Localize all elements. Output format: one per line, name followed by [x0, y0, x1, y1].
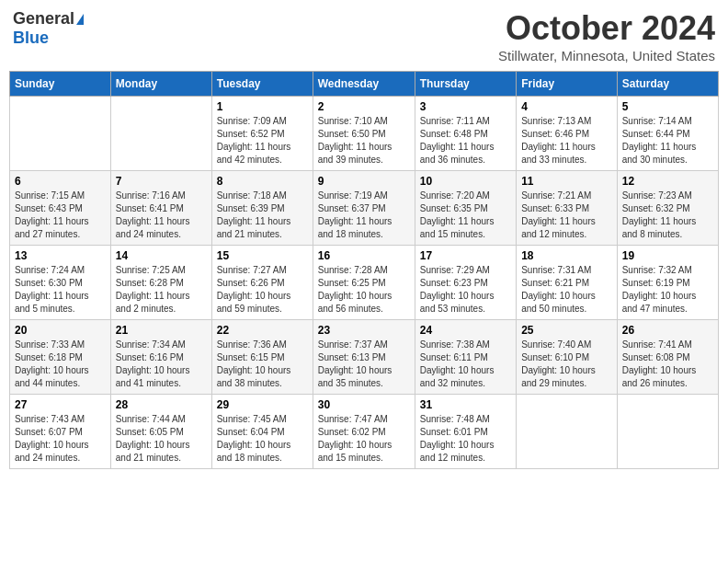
- day-number: 28: [116, 398, 207, 411]
- day-info: Sunrise: 7:48 AMSunset: 6:01 PMDaylight:…: [420, 413, 511, 465]
- sunrise-text: Sunrise: 7:40 AM: [521, 339, 591, 350]
- calendar-cell: 23Sunrise: 7:37 AMSunset: 6:13 PMDayligh…: [313, 320, 415, 395]
- day-info: Sunrise: 7:14 AMSunset: 6:44 PMDaylight:…: [622, 115, 713, 167]
- sunset-text: Sunset: 6:50 PM: [318, 129, 386, 139]
- sunset-text: Sunset: 6:35 PM: [420, 203, 488, 213]
- day-info: Sunrise: 7:29 AMSunset: 6:23 PMDaylight:…: [420, 264, 511, 316]
- daylight-text: Daylight: 10 hours and 56 minutes.: [318, 291, 392, 314]
- day-info: Sunrise: 7:16 AMSunset: 6:41 PMDaylight:…: [116, 190, 207, 241]
- day-info: Sunrise: 7:09 AMSunset: 6:52 PMDaylight:…: [217, 115, 308, 167]
- calendar-cell: 26Sunrise: 7:41 AMSunset: 6:08 PMDayligh…: [617, 320, 718, 395]
- sunrise-text: Sunrise: 7:14 AM: [622, 116, 692, 126]
- header-thursday: Thursday: [415, 72, 516, 97]
- calendar-cell: 30Sunrise: 7:47 AMSunset: 6:02 PMDayligh…: [313, 395, 415, 469]
- header-friday: Friday: [517, 72, 618, 97]
- calendar-cell: 14Sunrise: 7:25 AMSunset: 6:28 PMDayligh…: [110, 246, 211, 320]
- day-number: 9: [318, 175, 410, 188]
- sunrise-text: Sunrise: 7:43 AM: [15, 414, 85, 424]
- calendar-week-row: 13Sunrise: 7:24 AMSunset: 6:30 PMDayligh…: [10, 246, 719, 320]
- day-info: Sunrise: 7:15 AMSunset: 6:43 PMDaylight:…: [15, 190, 106, 241]
- calendar-cell: 16Sunrise: 7:28 AMSunset: 6:25 PMDayligh…: [313, 246, 415, 320]
- sunrise-text: Sunrise: 7:15 AM: [15, 190, 85, 201]
- daylight-text: Daylight: 11 hours and 39 minutes.: [318, 142, 392, 165]
- sunrise-text: Sunrise: 7:09 AM: [217, 116, 287, 126]
- sunset-text: Sunset: 6:37 PM: [318, 203, 386, 213]
- daylight-text: Daylight: 10 hours and 35 minutes.: [318, 365, 392, 388]
- daylight-text: Daylight: 10 hours and 32 minutes.: [420, 365, 495, 388]
- calendar-cell: 13Sunrise: 7:24 AMSunset: 6:30 PMDayligh…: [10, 246, 111, 320]
- calendar-header-row: Sunday Monday Tuesday Wednesday Thursday…: [10, 72, 719, 97]
- sunset-text: Sunset: 6:01 PM: [420, 427, 488, 437]
- day-number: 4: [521, 100, 612, 113]
- logo-blue-text: Blue: [13, 29, 49, 48]
- day-info: Sunrise: 7:21 AMSunset: 6:33 PMDaylight:…: [521, 190, 612, 241]
- daylight-text: Daylight: 10 hours and 50 minutes.: [521, 291, 596, 314]
- header-wednesday: Wednesday: [313, 72, 415, 97]
- daylight-text: Daylight: 10 hours and 59 minutes.: [217, 291, 291, 314]
- calendar-cell: 12Sunrise: 7:23 AMSunset: 6:32 PMDayligh…: [617, 171, 718, 246]
- sunset-text: Sunset: 6:48 PM: [420, 129, 488, 139]
- calendar-cell: 9Sunrise: 7:19 AMSunset: 6:37 PMDaylight…: [313, 171, 415, 246]
- day-info: Sunrise: 7:33 AMSunset: 6:18 PMDaylight:…: [15, 339, 106, 390]
- day-info: Sunrise: 7:13 AMSunset: 6:46 PMDaylight:…: [521, 115, 612, 167]
- logo: General Blue: [13, 9, 84, 48]
- day-number: 19: [622, 249, 713, 262]
- sunset-text: Sunset: 6:07 PM: [15, 427, 83, 437]
- calendar-cell: 31Sunrise: 7:48 AMSunset: 6:01 PMDayligh…: [415, 395, 516, 469]
- day-info: Sunrise: 7:24 AMSunset: 6:30 PMDaylight:…: [15, 264, 106, 316]
- day-info: Sunrise: 7:47 AMSunset: 6:02 PMDaylight:…: [318, 413, 410, 465]
- daylight-text: Daylight: 11 hours and 36 minutes.: [420, 142, 495, 165]
- daylight-text: Daylight: 10 hours and 26 minutes.: [622, 365, 697, 388]
- calendar-cell: 22Sunrise: 7:36 AMSunset: 6:15 PMDayligh…: [211, 320, 313, 395]
- day-number: 12: [622, 175, 713, 188]
- calendar-cell: 3Sunrise: 7:11 AMSunset: 6:48 PMDaylight…: [415, 97, 516, 171]
- sunset-text: Sunset: 6:39 PM: [217, 203, 285, 213]
- daylight-text: Daylight: 10 hours and 12 minutes.: [420, 440, 495, 463]
- calendar-cell: 4Sunrise: 7:13 AMSunset: 6:46 PMDaylight…: [517, 97, 618, 171]
- calendar-week-row: 1Sunrise: 7:09 AMSunset: 6:52 PMDaylight…: [10, 97, 719, 171]
- calendar-cell: [110, 97, 211, 171]
- day-info: Sunrise: 7:20 AMSunset: 6:35 PMDaylight:…: [420, 190, 511, 241]
- day-number: 25: [521, 324, 612, 337]
- sunrise-text: Sunrise: 7:47 AM: [318, 414, 388, 424]
- day-info: Sunrise: 7:19 AMSunset: 6:37 PMDaylight:…: [318, 190, 410, 241]
- sunrise-text: Sunrise: 7:16 AM: [116, 190, 186, 201]
- daylight-text: Daylight: 11 hours and 24 minutes.: [116, 216, 190, 239]
- daylight-text: Daylight: 11 hours and 30 minutes.: [622, 142, 697, 165]
- sunset-text: Sunset: 6:23 PM: [420, 278, 488, 288]
- sunrise-text: Sunrise: 7:27 AM: [217, 265, 287, 275]
- sunrise-text: Sunrise: 7:13 AM: [521, 116, 591, 126]
- daylight-text: Daylight: 10 hours and 41 minutes.: [116, 365, 190, 388]
- sunset-text: Sunset: 6:11 PM: [420, 352, 488, 362]
- sunrise-text: Sunrise: 7:32 AM: [622, 265, 692, 275]
- day-info: Sunrise: 7:18 AMSunset: 6:39 PMDaylight:…: [217, 190, 308, 241]
- day-number: 20: [15, 324, 106, 337]
- day-info: Sunrise: 7:38 AMSunset: 6:11 PMDaylight:…: [420, 339, 511, 390]
- month-title: October 2024: [498, 9, 715, 48]
- sunrise-text: Sunrise: 7:34 AM: [116, 339, 186, 350]
- day-number: 15: [217, 249, 308, 262]
- day-number: 14: [116, 249, 207, 262]
- sunrise-text: Sunrise: 7:41 AM: [622, 339, 692, 350]
- calendar-cell: 8Sunrise: 7:18 AMSunset: 6:39 PMDaylight…: [211, 171, 313, 246]
- day-number: 22: [217, 324, 308, 337]
- header-tuesday: Tuesday: [211, 72, 313, 97]
- day-number: 7: [116, 175, 207, 188]
- calendar-cell: 19Sunrise: 7:32 AMSunset: 6:19 PMDayligh…: [617, 246, 718, 320]
- day-number: 21: [116, 324, 207, 337]
- calendar-cell: [617, 395, 718, 469]
- sunset-text: Sunset: 6:41 PM: [116, 203, 184, 213]
- sunrise-text: Sunrise: 7:37 AM: [318, 339, 388, 350]
- day-info: Sunrise: 7:25 AMSunset: 6:28 PMDaylight:…: [116, 264, 207, 316]
- calendar-cell: 20Sunrise: 7:33 AMSunset: 6:18 PMDayligh…: [10, 320, 111, 395]
- day-number: 1: [217, 100, 308, 113]
- sunset-text: Sunset: 6:02 PM: [318, 427, 386, 437]
- calendar-cell: 7Sunrise: 7:16 AMSunset: 6:41 PMDaylight…: [110, 171, 211, 246]
- calendar-cell: 18Sunrise: 7:31 AMSunset: 6:21 PMDayligh…: [517, 246, 618, 320]
- calendar-cell: 27Sunrise: 7:43 AMSunset: 6:07 PMDayligh…: [10, 395, 111, 469]
- calendar-table: Sunday Monday Tuesday Wednesday Thursday…: [9, 71, 719, 469]
- sunset-text: Sunset: 6:43 PM: [15, 203, 83, 213]
- day-info: Sunrise: 7:40 AMSunset: 6:10 PMDaylight:…: [521, 339, 612, 390]
- day-number: 11: [521, 175, 612, 188]
- calendar-week-row: 20Sunrise: 7:33 AMSunset: 6:18 PMDayligh…: [10, 320, 719, 395]
